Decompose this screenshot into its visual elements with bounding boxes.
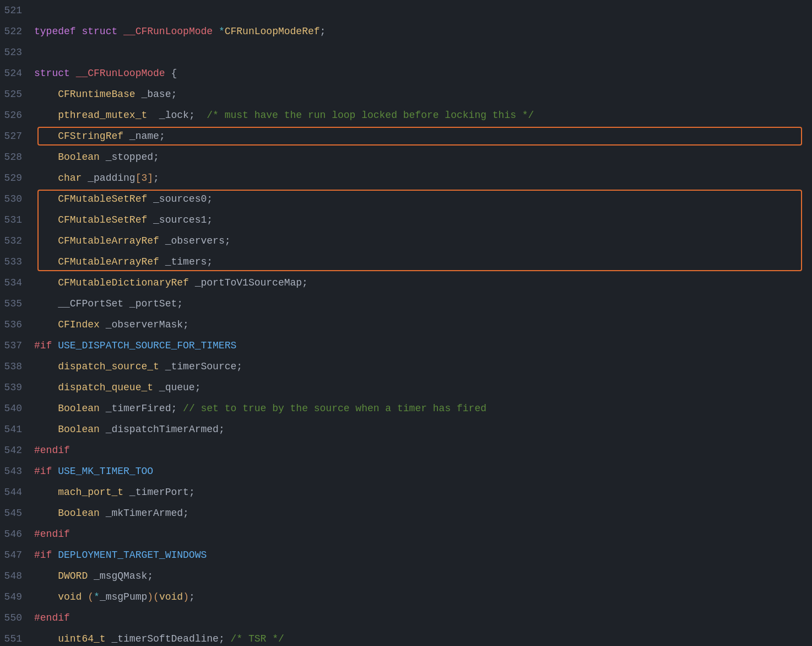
line-number: 524 — [0, 63, 32, 84]
line-number: 536 — [0, 314, 32, 335]
code-line-highlighted: 527 CFStringRef _name; — [0, 126, 812, 147]
line-content: #if USE_MK_TIMER_TOO — [32, 461, 812, 482]
line-number: 550 — [0, 607, 32, 628]
line-number: 545 — [0, 503, 32, 524]
line-content: CFMutableDictionaryRef _portToV1SourceMa… — [32, 272, 812, 293]
code-line: 534 CFMutableDictionaryRef _portToV1Sour… — [0, 272, 812, 293]
line-content: Boolean _dispatchTimerArmed; — [32, 419, 812, 440]
line-number: 534 — [0, 272, 32, 293]
code-line: 539 dispatch_queue_t _queue; — [0, 377, 812, 398]
code-line: 522 typedef struct __CFRunLoopMode *CFRu… — [0, 21, 812, 42]
code-line: 533 CFMutableArrayRef _timers; — [0, 251, 812, 272]
line-content: #endif — [32, 607, 812, 628]
line-number: 551 — [0, 628, 32, 646]
line-content: CFMutableSetRef _sources1; — [32, 209, 812, 230]
line-content: DWORD _msgQMask; — [32, 566, 812, 586]
line-number: 542 — [0, 440, 32, 461]
line-content: CFStringRef _name; — [32, 126, 812, 147]
line-content: void (*_msgPump)(void); — [32, 586, 812, 607]
line-number: 546 — [0, 524, 32, 545]
code-lines: 521 522 typedef struct __CFRunLoopMode *… — [0, 0, 812, 646]
code-line: 528 Boolean _stopped; — [0, 147, 812, 168]
code-line: 536 CFIndex _observerMask; — [0, 314, 812, 335]
line-number: 529 — [0, 168, 32, 189]
code-line: 523 — [0, 42, 812, 63]
code-line: 521 — [0, 0, 812, 21]
line-number: 543 — [0, 461, 32, 482]
line-number: 540 — [0, 398, 32, 419]
line-content: Boolean _stopped; — [32, 147, 812, 168]
line-number: 533 — [0, 251, 32, 272]
code-line: 545 Boolean _mkTimerArmed; — [0, 503, 812, 524]
code-line: 544 mach_port_t _timerPort; — [0, 482, 812, 503]
line-content: uint64_t _timerSoftDeadline; /* TSR */ — [32, 628, 812, 646]
line-number: 528 — [0, 147, 32, 168]
code-line: 538 dispatch_source_t _timerSource; — [0, 356, 812, 377]
line-content: CFMutableArrayRef _timers; — [32, 251, 812, 272]
line-content: dispatch_queue_t _queue; — [32, 377, 812, 398]
code-line: 546 #endif — [0, 524, 812, 545]
line-content: mach_port_t _timerPort; — [32, 482, 812, 503]
code-line: 551 uint64_t _timerSoftDeadline; /* TSR … — [0, 628, 812, 646]
line-content: #endif — [32, 440, 812, 461]
line-content: CFIndex _observerMask; — [32, 314, 812, 335]
code-line: 535 __CFPortSet _portSet; — [0, 293, 812, 314]
line-number: 526 — [0, 105, 32, 126]
line-number: 537 — [0, 335, 32, 356]
code-line: 537 #if USE_DISPATCH_SOURCE_FOR_TIMERS — [0, 335, 812, 356]
line-number: 530 — [0, 189, 32, 209]
line-number: 549 — [0, 586, 32, 607]
line-content: #endif — [32, 524, 812, 545]
line-content: struct __CFRunLoopMode { — [32, 63, 812, 84]
line-content: typedef struct __CFRunLoopMode *CFRunLoo… — [32, 21, 812, 42]
line-number: 522 — [0, 21, 32, 42]
code-line: 526 pthread_mutex_t _lock; /* must have … — [0, 105, 812, 126]
line-content: CFRuntimeBase _base; — [32, 84, 812, 105]
line-number: 527 — [0, 126, 32, 147]
line-content: dispatch_source_t _timerSource; — [32, 356, 812, 377]
line-content: pthread_mutex_t _lock; /* must have the … — [32, 105, 812, 126]
line-number: 532 — [0, 230, 32, 251]
line-number: 525 — [0, 84, 32, 105]
code-line: 541 Boolean _dispatchTimerArmed; — [0, 419, 812, 440]
code-line: 525 CFRuntimeBase _base; — [0, 84, 812, 105]
code-line: 550 #endif — [0, 607, 812, 628]
line-number: 535 — [0, 293, 32, 314]
line-number: 538 — [0, 356, 32, 377]
line-number: 531 — [0, 209, 32, 230]
line-content: #if USE_DISPATCH_SOURCE_FOR_TIMERS — [32, 335, 812, 356]
line-number: 523 — [0, 42, 32, 63]
code-line: 540 Boolean _timerFired; // set to true … — [0, 398, 812, 419]
code-line: 532 CFMutableArrayRef _observers; — [0, 230, 812, 251]
code-line: 529 char _padding[3]; — [0, 168, 812, 189]
line-content: Boolean _timerFired; // set to true by t… — [32, 398, 812, 419]
line-number: 548 — [0, 566, 32, 586]
code-line: 548 DWORD _msgQMask; — [0, 566, 812, 586]
code-line: 543 #if USE_MK_TIMER_TOO — [0, 461, 812, 482]
line-content: Boolean _mkTimerArmed; — [32, 503, 812, 524]
code-line: 524 struct __CFRunLoopMode { — [0, 63, 812, 84]
code-line: 530 CFMutableSetRef _sources0; — [0, 189, 812, 209]
code-editor: 521 522 typedef struct __CFRunLoopMode *… — [0, 0, 812, 646]
line-content: #if DEPLOYMENT_TARGET_WINDOWS — [32, 545, 812, 566]
line-number: 544 — [0, 482, 32, 503]
line-content: CFMutableArrayRef _observers; — [32, 230, 812, 251]
code-line: 542 #endif — [0, 440, 812, 461]
line-number: 539 — [0, 377, 32, 398]
code-line-group-530-533: 530 CFMutableSetRef _sources0; 531 CFMut… — [0, 189, 812, 272]
line-number: 541 — [0, 419, 32, 440]
line-number: 521 — [0, 0, 32, 21]
line-content: CFMutableSetRef _sources0; — [32, 189, 812, 209]
line-number: 547 — [0, 545, 32, 566]
code-line: 531 CFMutableSetRef _sources1; — [0, 209, 812, 230]
line-content: char _padding[3]; — [32, 168, 812, 189]
code-line: 547 #if DEPLOYMENT_TARGET_WINDOWS — [0, 545, 812, 566]
line-content: __CFPortSet _portSet; — [32, 293, 812, 314]
code-line: 549 void (*_msgPump)(void); — [0, 586, 812, 607]
